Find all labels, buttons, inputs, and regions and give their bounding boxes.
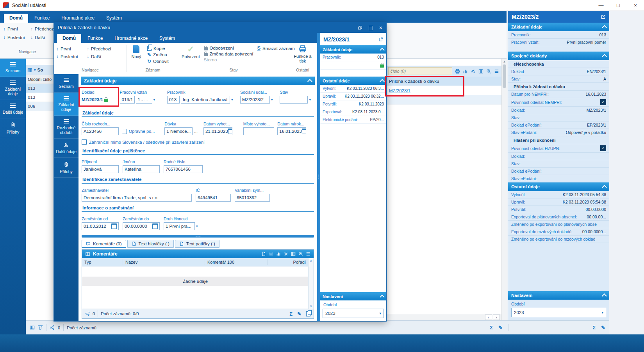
share-icon[interactable] [85, 311, 90, 316]
filter-icon[interactable] [38, 325, 43, 330]
chevron-down-icon[interactable]: ▾ [196, 225, 198, 228]
section-zakladni-udaje[interactable]: Základní údaje [508, 23, 609, 31]
menu-icon[interactable] [306, 252, 310, 256]
sum-icon[interactable]: Σ [592, 325, 596, 331]
print-icon[interactable] [455, 69, 460, 74]
main-tab-funkce[interactable]: Funkce [29, 14, 55, 23]
pracovnik-name-input[interactable]: Ing. Kateřina Janíková [181, 96, 230, 104]
next-button[interactable]: ↓ Další [30, 35, 45, 40]
document-link[interactable]: MZ/2023/1 [389, 88, 410, 93]
horizontal-splitter[interactable] [82, 235, 314, 238]
dialog-sidebar-dalsi-udaje[interactable]: Další údaje [54, 139, 78, 158]
horizontal-scrollbar[interactable]: ‹ › [386, 314, 501, 320]
last-button[interactable]: ↓ Poslední [3, 35, 25, 40]
share-icon[interactable] [50, 325, 55, 330]
unconfirm-button[interactable]: Odpotvrzení [204, 46, 253, 50]
edit-icon[interactable]: ✎ [601, 325, 605, 331]
section-spojene-doklady[interactable]: Spojené doklady [508, 52, 609, 60]
column-header-osobni-cislo[interactable]: Osobní číslo [26, 75, 54, 84]
first-button[interactable]: ↑První [56, 46, 87, 52]
edit-icon[interactable]: ✎ [297, 311, 301, 317]
zoom-icon[interactable] [298, 252, 303, 256]
pracovni-vztah-input[interactable]: 013/1 [120, 96, 135, 104]
functions-print-button[interactable]: Funkce a tisk [291, 45, 315, 63]
section-zakladni-udaje[interactable]: Základní údaje [320, 45, 386, 54]
chevron-down-icon[interactable]: ▾ [309, 98, 311, 102]
prijmeni-input[interactable]: Janíková [82, 165, 119, 173]
zahranicni-checkbox[interactable] [82, 139, 87, 145]
chart-icon[interactable] [276, 252, 281, 256]
dialog-sidebar-seznam[interactable]: Seznam [54, 74, 78, 93]
datum-vyhotoveni-input[interactable]: 21.01.2023 [203, 127, 232, 135]
zamestnavatel-input[interactable]: Demonstrační firma Trade, spol. s r.o. [82, 194, 192, 202]
dialog-sidebar-rozhodne-obdobi[interactable]: Rozhodné období [54, 116, 78, 139]
calendar-icon[interactable] [111, 223, 117, 229]
ic-input[interactable]: 64949541 [196, 194, 231, 202]
gear-icon[interactable] [471, 69, 476, 74]
previous-button[interactable]: ↑ Předchozí [30, 26, 55, 32]
table-row[interactable]: 006 [26, 102, 54, 111]
main-tab-hromadne-akce[interactable]: Hromadné akce [56, 14, 100, 23]
table-row[interactable]: 013 [26, 93, 54, 102]
chevron-down-icon[interactable]: ▾ [231, 98, 233, 102]
change-confirm-date-button[interactable]: Změna data potvrzení [204, 52, 253, 56]
misto-vyhotoveni-input[interactable] [243, 127, 275, 135]
dialog-sidebar-zakladni-udaje[interactable]: Základní údaje [54, 93, 78, 116]
pracovnik-input[interactable]: 013 [167, 96, 180, 104]
rodne-cislo-input[interactable]: 7657061456 [164, 165, 203, 173]
list-item[interactable]: Příloha k žádosti o dávku [386, 77, 501, 86]
checkbox-checked[interactable]: ✓ [600, 99, 606, 105]
zamestnan-od-input[interactable]: 01.03.2012 [82, 222, 119, 230]
doklad-value[interactable]: MZ/2023/1 [82, 97, 103, 102]
restore-icon[interactable] [358, 25, 362, 30]
opravne-checkbox[interactable] [122, 129, 127, 134]
datum-naroku-input[interactable]: 16.01.2023 [277, 127, 306, 135]
copy-icon[interactable] [306, 311, 310, 316]
previous-button[interactable]: ↑Předchozí [87, 46, 126, 52]
close-icon[interactable]: × [379, 25, 382, 31]
scroll-up-icon[interactable]: ˄ [310, 259, 312, 263]
dialog-sidebar-prilohy[interactable]: Přílohy [54, 158, 78, 178]
column-typ[interactable]: Typ [82, 259, 123, 265]
chart-icon[interactable] [463, 69, 468, 74]
new-button[interactable]: Nový [129, 45, 143, 59]
comments-scrollbar[interactable]: ˄ ˅ [308, 258, 314, 309]
print-icon[interactable] [269, 252, 273, 256]
first-button[interactable]: ↑ První [3, 26, 18, 32]
form-header-zakladni-udaje[interactable]: Základní údaje [81, 77, 315, 85]
zoom-icon[interactable] [486, 69, 491, 74]
close-button[interactable]: × [627, 0, 644, 11]
dialog-tab-hromadne-akce[interactable]: Hromadné akce [109, 34, 153, 43]
column-komentar[interactable]: Komentář 100 [205, 259, 268, 265]
table-row[interactable]: 013 [26, 84, 54, 93]
gear-icon[interactable] [284, 252, 288, 256]
refresh-button[interactable]: ↻Obnovit [147, 59, 169, 64]
columns-icon[interactable] [478, 69, 483, 74]
edit-icon[interactable]: ✎ [498, 325, 503, 331]
section-nastaveni[interactable]: Nastavení [508, 291, 609, 300]
next-button[interactable]: ↓Další [87, 54, 126, 59]
section-ostatni-udaje[interactable]: Ostatní údaje [508, 182, 609, 191]
chevron-down-icon[interactable]: ▾ [153, 98, 155, 102]
column-poradi[interactable]: Pořadí [291, 259, 308, 265]
columns-icon[interactable] [291, 252, 296, 256]
maximize-icon[interactable] [369, 26, 373, 30]
column-nazev[interactable]: Název [123, 259, 205, 265]
vertical-splitter[interactable] [317, 33, 320, 321]
main-tab-domu[interactable]: Domů [4, 14, 28, 23]
calendar-icon[interactable] [152, 223, 158, 229]
copy-button[interactable]: Kopie [147, 46, 169, 51]
scrollbar-thumb[interactable] [503, 64, 506, 88]
main-tab-system[interactable]: Systém [101, 14, 127, 23]
scroll-right-icon[interactable]: › [493, 314, 500, 320]
filter-input[interactable]: číslo (0) [388, 67, 452, 75]
grid-icon[interactable] [30, 325, 35, 330]
cislo-rozhodnuti-input[interactable]: A123456 [82, 127, 119, 135]
sum-icon[interactable]: Σ [490, 325, 493, 331]
dialog-tab-funkce[interactable]: Funkce [82, 34, 108, 43]
obdobi-select[interactable]: 2023 ▾ [511, 308, 606, 317]
calendar-icon[interactable] [228, 129, 232, 134]
variabilni-symbol-input[interactable]: 65010362 [235, 194, 270, 202]
change-button[interactable]: ✎Změna [147, 52, 169, 57]
stav-input[interactable] [280, 96, 308, 104]
